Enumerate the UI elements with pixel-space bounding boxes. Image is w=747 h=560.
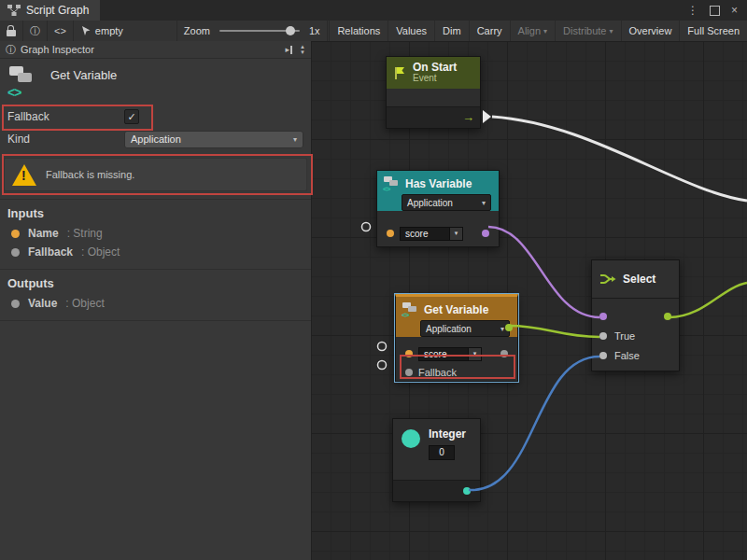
chevron-down-icon[interactable]: ▾ bbox=[469, 347, 482, 361]
script-graph-window: Script Graph ⋮ × ⓘ <> empty Zoom 1x Rela… bbox=[0, 0, 747, 560]
select-header[interactable]: Select bbox=[592, 260, 679, 299]
dock-icon[interactable]: ▸ bbox=[286, 46, 293, 54]
code-icon: <> bbox=[7, 85, 21, 100]
kind-value: Application bbox=[426, 324, 472, 334]
integer-footer bbox=[393, 480, 480, 501]
on-start-header[interactable]: On Start Event bbox=[387, 57, 480, 89]
scroll-arrows[interactable]: ▲ ▼ bbox=[300, 44, 305, 55]
bool-output-port[interactable] bbox=[482, 230, 489, 237]
variable-icon: <> bbox=[383, 176, 400, 191]
integer-header[interactable]: Integer 0 bbox=[393, 419, 480, 460]
name-input-port[interactable] bbox=[405, 350, 413, 357]
chevron-down-icon: ▾ bbox=[543, 27, 547, 35]
selection-output-port[interactable] bbox=[664, 313, 671, 320]
condition-input-port[interactable] bbox=[599, 313, 607, 320]
zoom-control: Zoom 1x bbox=[177, 21, 328, 41]
distribute-button[interactable]: Distribute▾ bbox=[555, 21, 620, 41]
variable-name-combo[interactable]: score ▾ bbox=[418, 347, 482, 361]
integer-output-port[interactable] bbox=[463, 487, 471, 495]
align-button[interactable]: Align▾ bbox=[510, 21, 555, 41]
node-integer[interactable]: Integer 0 bbox=[392, 418, 481, 502]
chevron-down-icon: ▾ bbox=[482, 199, 486, 207]
false-input-port[interactable] bbox=[599, 352, 607, 359]
output-port[interactable] bbox=[500, 350, 508, 357]
variable-name-combo[interactable]: score ▾ bbox=[400, 227, 463, 241]
node-has-variable[interactable]: <> Has Variable Application ▾ score ▾ bbox=[376, 170, 500, 247]
variable-icon: <> bbox=[402, 302, 418, 317]
node-on-start[interactable]: On Start Event → bbox=[386, 56, 481, 129]
lock-icon bbox=[7, 30, 16, 36]
inspector-title: Graph Inspector bbox=[21, 44, 94, 55]
zoom-slider[interactable] bbox=[219, 30, 300, 32]
node-select[interactable]: Select True False bbox=[591, 259, 680, 371]
connections-layer bbox=[311, 41, 747, 560]
chevron-down-icon: ▾ bbox=[293, 135, 297, 144]
close-icon[interactable]: × bbox=[731, 4, 738, 17]
has-variable-header[interactable]: <> Has Variable Application ▾ bbox=[377, 171, 499, 211]
tab-script-graph[interactable]: Script Graph bbox=[0, 0, 100, 21]
graph-canvas[interactable]: On Start Event → <> Has Variable Ap bbox=[311, 41, 747, 560]
true-input-port[interactable] bbox=[599, 332, 607, 340]
fullscreen-button[interactable]: Full Screen bbox=[679, 21, 747, 41]
selection-dropdown[interactable]: empty bbox=[74, 21, 177, 41]
inputs-section-title: Inputs bbox=[0, 200, 311, 224]
zoom-slider-handle[interactable] bbox=[286, 26, 295, 35]
flow-port-triangle[interactable] bbox=[483, 110, 491, 123]
integer-type-icon bbox=[402, 429, 420, 448]
port-type: : Object bbox=[65, 297, 104, 310]
integer-value-field[interactable]: 0 bbox=[429, 445, 455, 460]
connection-get-variable-to-true bbox=[509, 326, 599, 337]
node-title: Get Variable bbox=[424, 303, 488, 316]
kind-dropdown[interactable]: Application ▾ bbox=[402, 194, 491, 211]
fallback-input-port[interactable] bbox=[405, 369, 413, 376]
kind-dropdown[interactable]: Application ▾ bbox=[124, 131, 303, 148]
node-get-variable[interactable]: <> Get Variable Application ▾ score ▾ bbox=[395, 294, 518, 382]
name-input-port[interactable] bbox=[387, 230, 394, 237]
code-preview-button[interactable]: <> bbox=[48, 21, 74, 41]
toolbar-buttons: Relations Values Dim Carry Align▾ Distri… bbox=[329, 21, 747, 41]
unconnected-port-ring[interactable] bbox=[378, 361, 387, 370]
node-title: Has Variable bbox=[405, 177, 472, 190]
divider bbox=[0, 320, 311, 321]
variable-name-value[interactable]: score bbox=[400, 227, 450, 241]
values-button[interactable]: Values bbox=[388, 21, 434, 41]
code-icon: <> bbox=[54, 25, 66, 36]
port-type: : Object bbox=[81, 245, 120, 259]
get-variable-header[interactable]: <> Get Variable Application ▾ bbox=[396, 297, 517, 337]
menu-kebab-icon[interactable]: ⋮ bbox=[687, 4, 698, 17]
selection-cursor-icon bbox=[80, 25, 92, 36]
carry-button[interactable]: Carry bbox=[469, 21, 510, 41]
code-icon: <> bbox=[402, 311, 408, 319]
lock-button[interactable] bbox=[0, 21, 23, 41]
script-graph-icon bbox=[7, 5, 21, 16]
chevron-down-icon[interactable]: ▾ bbox=[450, 227, 463, 241]
scroll-down-icon[interactable]: ▼ bbox=[300, 49, 305, 55]
value-output-port[interactable] bbox=[505, 324, 513, 331]
condition-port-row bbox=[592, 306, 679, 326]
output-port-row: Value : Object bbox=[0, 294, 311, 313]
object-port-icon bbox=[11, 248, 20, 257]
fallback-checkbox[interactable]: ✓ bbox=[124, 109, 139, 124]
select-icon bbox=[599, 273, 616, 286]
variable-name-row: score ▾ bbox=[377, 224, 499, 243]
flow-arrow-icon[interactable]: → bbox=[462, 110, 474, 124]
unconnected-port-ring[interactable] bbox=[378, 343, 387, 351]
warning-icon bbox=[12, 164, 36, 186]
inspect-button[interactable]: ⓘ bbox=[23, 21, 48, 41]
kind-property-row: Kind Application ▾ bbox=[0, 128, 311, 150]
zoom-value: 1x bbox=[309, 25, 320, 36]
maximize-icon[interactable] bbox=[710, 6, 720, 16]
variable-name-value[interactable]: score bbox=[418, 347, 469, 361]
graph-inspector-panel: ⓘ Graph Inspector ▸ ▲ ▼ <> Get Variable … bbox=[0, 41, 312, 560]
string-port-icon bbox=[11, 230, 20, 238]
node-title: Select bbox=[623, 273, 655, 286]
input-port-row: Fallback : Object bbox=[0, 243, 311, 261]
on-start-footer: → bbox=[387, 106, 480, 128]
unconnected-port-ring[interactable] bbox=[362, 223, 371, 231]
kind-value: Application bbox=[131, 133, 181, 145]
overview-button[interactable]: Overview bbox=[621, 21, 680, 41]
dim-button[interactable]: Dim bbox=[434, 21, 469, 41]
input-port-row: Name : String bbox=[0, 224, 311, 243]
kind-dropdown[interactable]: Application ▾ bbox=[420, 320, 510, 337]
relations-button[interactable]: Relations bbox=[329, 21, 388, 41]
